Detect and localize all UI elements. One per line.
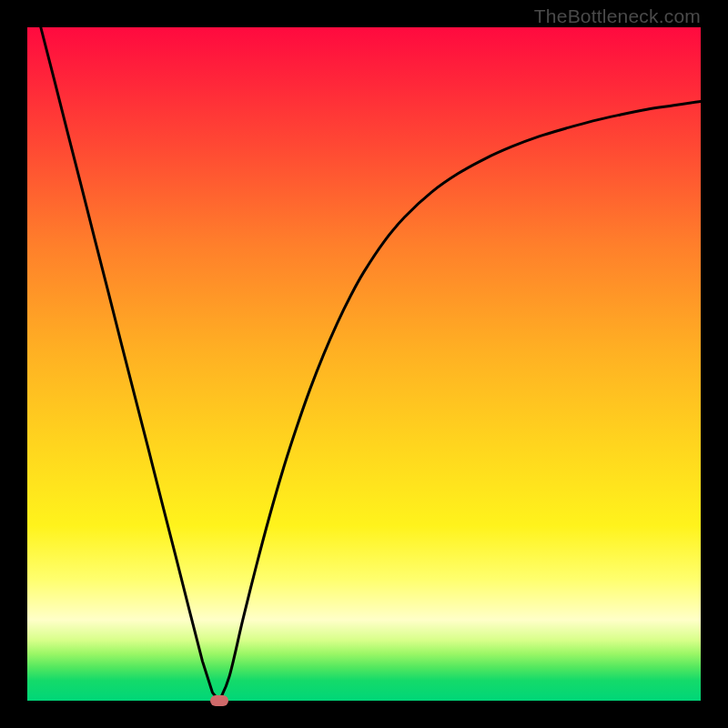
chart-frame [27, 27, 701, 701]
vertex-marker [210, 695, 228, 706]
watermark-text: TheBottleneck.com [534, 5, 701, 27]
chart-svg [27, 27, 701, 701]
bottleneck-curve [41, 27, 701, 701]
